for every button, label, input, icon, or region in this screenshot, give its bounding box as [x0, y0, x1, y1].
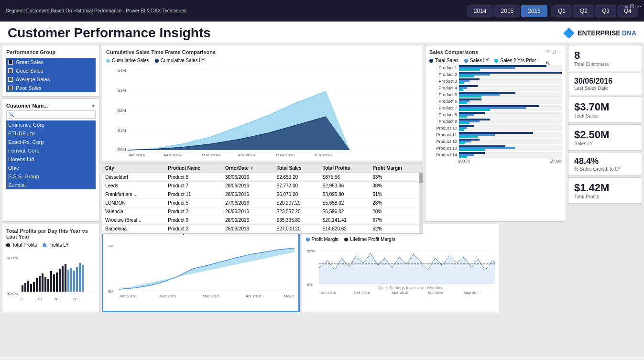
sales-2yr-bar [459, 136, 478, 138]
logo-enterprise: ENTERPRISE [578, 29, 620, 37]
customer-etude[interactable]: ETUDE Ltd [6, 129, 96, 138]
table-cell: Product 7 [165, 182, 222, 190]
col-total-profits[interactable]: Total Profits [320, 164, 370, 173]
main-title: Customer Performance Insights [8, 25, 211, 41]
svg-text:$0.1M: $0.1M [7, 256, 18, 260]
svg-text:Mar 2016: Mar 2016 [392, 291, 408, 295]
customer-sss[interactable]: S.S.S. Group [6, 172, 96, 181]
sales-2yr-bar [459, 129, 464, 131]
bar-chart-row: Product 10 [429, 125, 562, 131]
table-scrollbar[interactable] [419, 164, 423, 233]
profits-dot [6, 243, 10, 247]
perf-poor-sales[interactable]: Poor Sales [6, 84, 96, 92]
kpi-salesly-label: Sales LY [574, 141, 593, 146]
svg-text:$2M: $2M [118, 108, 126, 113]
bar-track [459, 65, 562, 71]
table-row: ValenciaProduct 226/06/2016$23,557.20$6,… [102, 207, 423, 216]
table-cell: 27/06/2016 [222, 199, 274, 207]
perf-avg-sales[interactable]: Average Sales [6, 75, 96, 84]
table-row: DüsseldorfProduct 530/06/2016$2,653.20$8… [102, 173, 423, 182]
col-profit-margin[interactable]: Profit Margin [370, 164, 423, 173]
customer-search[interactable]: 🔍 [6, 110, 96, 119]
perf-good-sales[interactable]: Good Sales [6, 66, 96, 75]
lifetime-margin-dot [344, 238, 348, 241]
svg-marker-60 [319, 253, 495, 284]
poor-sales-color [8, 86, 13, 90]
legend-total-sales: Total Sales [429, 58, 458, 63]
svg-rect-33 [56, 273, 58, 292]
year-tab-2015[interactable]: 2015 [494, 5, 521, 17]
cumulative-ly-label: Cumulative Sales LY [161, 58, 205, 63]
table-cell: $35,335.80 [274, 216, 320, 225]
bar-track [459, 72, 562, 77]
profits-legend-label: Total Profits [12, 242, 37, 248]
profit-margin-legend: Profit Margin Lifetime Profit Margin [306, 237, 495, 242]
customer-fenwal[interactable]: Fenwal, Corp [6, 146, 96, 155]
profit-margin-svg: 50% 0% Go to Settings to activate Window… [306, 244, 495, 296]
main-header: Customer Performance Insights 🔷 ENTERPRI… [0, 22, 644, 43]
sales-2yr-bar [459, 96, 481, 98]
expand-icon-2[interactable]: ⊡ [551, 48, 556, 55]
bar-track [459, 125, 562, 131]
kpi-growth: 48.4% % Sales Growth to LY [568, 152, 642, 176]
table-scroll-area[interactable]: City Product Name OrderDate ▼ Total Sale… [102, 164, 423, 233]
bar-chart-row: Product 8 [429, 112, 562, 118]
customer-eminence[interactable]: Eminence Corp [6, 120, 96, 129]
customer-sundial[interactable]: Sundial [6, 181, 96, 189]
hamburger-icon[interactable]: ≡ [624, 3, 628, 10]
q1-tab[interactable]: Q1 [551, 5, 572, 17]
chevron-down-icon[interactable]: ▼ [91, 103, 96, 109]
svg-rect-23 [27, 281, 29, 292]
lifetime-margin-legend-label: Lifetime Profit Margin [350, 237, 395, 242]
profits-ly-legend-label: Profits LY [48, 242, 69, 248]
avg-sales-label: Average Sales [16, 76, 50, 82]
logo-dna: DNA [622, 29, 636, 37]
sales-2yr-legend-label: Sales 2 Yrs Prior [500, 58, 536, 63]
bar-chart-row: Product 1 [429, 65, 562, 71]
bar-track [459, 92, 562, 98]
cumulative-chart-panel: Cumulative Sales Time Frame Comparisons … [102, 45, 423, 161]
table-cell: $14,820.62 [320, 225, 370, 233]
table-cell: $5,658.02 [320, 199, 370, 207]
bar-chart-row: Product 9 [429, 119, 562, 124]
year-tab-2014[interactable]: 2014 [467, 5, 493, 17]
svg-text:$0.0M: $0.0M [7, 292, 18, 296]
center-column: Cumulative Sales Time Frame Comparisons … [102, 45, 423, 222]
customer-exactrx[interactable]: Exact-Rx, Corp [6, 138, 96, 146]
profit-margin-panel: Profit Margin vs Lifetime Profit Margin … [302, 224, 500, 312]
more-icon[interactable]: ··· [636, 3, 641, 10]
legend-cumulative-sales: Cumulative Sales [106, 58, 149, 63]
svg-text:Jan 2016: Jan 2016 [119, 294, 135, 298]
svg-rect-39 [73, 271, 75, 292]
cumulative-legend: Cumulative Sales Cumulative Sales LY [106, 58, 419, 63]
more-icon-2[interactable]: ··· [558, 48, 563, 55]
bar-track [459, 145, 562, 151]
col-product[interactable]: Product Name [165, 164, 222, 173]
kpi-total-customers: 8 Total Customers [568, 45, 642, 71]
table-header-row: City Product Name OrderDate ▼ Total Sale… [102, 164, 423, 173]
q3-tab[interactable]: Q3 [595, 5, 616, 17]
perf-great-sales[interactable]: Great Sales [6, 58, 96, 66]
expand-icon[interactable]: ⊡ [630, 3, 634, 10]
hamburger-icon-2[interactable]: ≡ [546, 48, 549, 55]
customer-ohio[interactable]: Ohio [6, 164, 96, 172]
year-tab-2016[interactable]: 2016 [521, 5, 547, 17]
customer-llorens[interactable]: Llorens Ltd [6, 155, 96, 164]
bar-track [459, 112, 562, 118]
col-city[interactable]: City [102, 164, 165, 173]
bar-chart-row: Product 13 [429, 145, 562, 151]
bar-label: Product 5 [429, 92, 457, 97]
total-profits-title: Total Profits per Day this Year vs Last … [6, 228, 96, 240]
table-cell: 38% [370, 182, 423, 190]
q2-tab[interactable]: Q2 [573, 5, 594, 17]
col-total-sales[interactable]: Total Sales [274, 164, 320, 173]
sales-2yr-bar [459, 109, 490, 111]
table-cell: 28/06/2016 [222, 190, 274, 199]
table-cell: Product 9 [165, 216, 222, 225]
table-cell: 26/06/2016 [222, 207, 274, 216]
legend-profits-ly: Profits LY [43, 242, 69, 248]
col-orderdate[interactable]: OrderDate ▼ [222, 164, 274, 173]
customer-header: Customer Nam... ▼ [6, 103, 96, 109]
table-cell: 51% [370, 190, 423, 199]
svg-rect-29 [44, 277, 46, 292]
